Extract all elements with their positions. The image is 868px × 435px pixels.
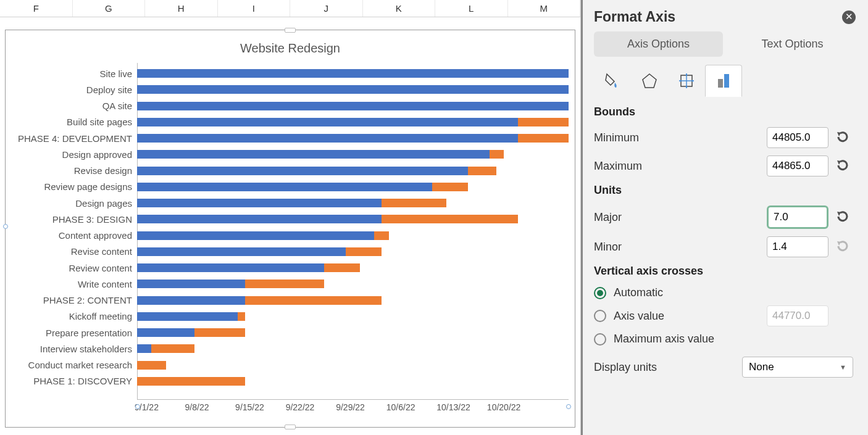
category-label: Write content: [10, 279, 137, 289]
chart-row: Interview stakeholders: [137, 341, 569, 357]
bar-series-1[interactable]: [137, 263, 324, 272]
bar-series-2[interactable]: [245, 296, 382, 305]
tab-text-options[interactable]: Text Options: [728, 31, 857, 57]
x-tick-label: 9/29/22: [336, 402, 365, 412]
chart-row: Design approved: [137, 146, 569, 162]
minor-input[interactable]: [767, 236, 828, 257]
category-label: Deploy site: [10, 85, 137, 95]
bar-series-2[interactable]: [518, 134, 569, 143]
bar-series-2[interactable]: [468, 167, 497, 175]
reset-maximum-button[interactable]: [835, 159, 853, 173]
bar-series-1[interactable]: [137, 328, 194, 337]
bar-series-1[interactable]: [137, 231, 374, 240]
x-tick-label: 9/15/22: [235, 402, 264, 412]
axis-value-input[interactable]: [767, 305, 828, 326]
x-tick-label: 9/22/22: [286, 402, 315, 412]
bar-series-2[interactable]: [245, 280, 324, 288]
bar-series-1[interactable]: [137, 344, 151, 353]
tab-axis-options[interactable]: Axis Options: [594, 31, 723, 57]
major-label: Major: [594, 211, 761, 224]
bar-series-2[interactable]: [151, 344, 194, 353]
major-input[interactable]: [767, 205, 828, 229]
x-tick-label: 10/20/22: [487, 402, 521, 412]
category-label: Design approved: [10, 149, 137, 160]
chart-row: QA site: [137, 98, 569, 114]
bar-series-2[interactable]: [137, 361, 166, 370]
format-axis-panel: Format Axis ✕ Axis Options Text Options …: [581, 0, 868, 435]
bar-series-1[interactable]: [137, 312, 238, 321]
maximum-input[interactable]: [767, 155, 828, 176]
x-tick-label: 10/13/22: [436, 402, 470, 412]
radio-axis-value[interactable]: Axis value: [594, 310, 761, 323]
bar-series-2[interactable]: [238, 312, 245, 321]
column-header[interactable]: M: [508, 0, 581, 17]
plot-area[interactable]: Site liveDeploy siteQA siteBuild site pa…: [137, 63, 569, 399]
bar-series-1[interactable]: [137, 280, 245, 288]
chart-row: Prepare presentation: [137, 325, 569, 341]
bar-series-2[interactable]: [324, 263, 360, 272]
bar-series-2[interactable]: [382, 215, 518, 223]
axis-options-icon[interactable]: [705, 65, 742, 97]
category-label: Build site pages: [10, 117, 137, 127]
radio-max-axis-value[interactable]: Maximum axis value: [594, 333, 853, 346]
column-header[interactable]: F: [0, 0, 73, 17]
fill-line-icon[interactable]: [594, 65, 631, 97]
category-label: Interview stakeholders: [10, 344, 137, 354]
close-icon[interactable]: ✕: [842, 10, 856, 24]
column-header[interactable]: L: [435, 0, 508, 17]
crosses-title: Vertical axis crosses: [594, 265, 853, 278]
radio-max-axis-dot: [594, 333, 606, 346]
chart-row: Conduct market research: [137, 357, 569, 373]
column-header[interactable]: H: [145, 0, 218, 17]
x-tick-label: 9/8/22: [185, 402, 209, 412]
bar-series-1[interactable]: [137, 167, 468, 175]
bar-series-2[interactable]: [518, 118, 569, 126]
size-properties-icon[interactable]: [668, 65, 705, 97]
column-header[interactable]: J: [290, 0, 363, 17]
bar-series-1[interactable]: [137, 215, 382, 223]
bar-series-2[interactable]: [382, 199, 446, 207]
bar-series-2[interactable]: [194, 328, 245, 337]
category-label: Design pages: [10, 198, 137, 209]
reset-minimum-button[interactable]: [835, 130, 853, 145]
bar-series-1[interactable]: [137, 199, 382, 207]
bar-series-2[interactable]: [432, 183, 468, 191]
bar-series-1[interactable]: [137, 118, 518, 126]
axis-handle-end[interactable]: [566, 404, 571, 409]
bar-series-1[interactable]: [137, 296, 245, 305]
bar-series-1[interactable]: [137, 85, 569, 94]
resize-handle-left[interactable]: [3, 224, 8, 229]
radio-automatic[interactable]: Automatic: [594, 286, 853, 299]
chart-row: Kickoff meeting: [137, 309, 569, 325]
display-units-select[interactable]: None▼: [742, 357, 853, 378]
column-header[interactable]: K: [363, 0, 436, 17]
bar-series-1[interactable]: [137, 247, 346, 256]
bar-series-2[interactable]: [374, 231, 388, 240]
bar-series-2[interactable]: [346, 247, 382, 256]
bar-series-1[interactable]: [137, 102, 569, 110]
resize-handle-top[interactable]: [285, 28, 296, 33]
minimum-label: Minimum: [594, 131, 761, 144]
column-header[interactable]: I: [218, 0, 291, 17]
x-axis[interactable]: 9/1/229/8/229/15/229/22/229/29/2210/6/22…: [137, 399, 569, 412]
effects-icon[interactable]: [631, 65, 668, 97]
column-header[interactable]: G: [73, 0, 146, 17]
bar-series-1[interactable]: [137, 134, 518, 143]
chart-row: Content approved: [137, 228, 569, 244]
reset-major-button[interactable]: [835, 210, 853, 225]
axis-handle-start[interactable]: [135, 404, 140, 409]
bar-series-1[interactable]: [137, 183, 432, 191]
chart-title[interactable]: Website Redesign: [6, 41, 575, 56]
bar-series-1[interactable]: [137, 150, 490, 159]
minimum-input[interactable]: [767, 127, 828, 148]
chart-area[interactable]: Website Redesign Site liveDeploy siteQA …: [5, 30, 575, 428]
bar-series-2[interactable]: [137, 377, 245, 386]
radio-axis-value-dot: [594, 310, 606, 322]
chart-row: PHASE 2: CONTENT: [137, 292, 569, 309]
bar-series-1[interactable]: [137, 69, 569, 78]
bar-series-2[interactable]: [490, 150, 504, 159]
category-label: Site live: [10, 68, 137, 79]
category-label: Revise content: [10, 246, 137, 257]
reset-minor-button[interactable]: [835, 239, 853, 254]
resize-handle-bottom[interactable]: [285, 425, 296, 429]
